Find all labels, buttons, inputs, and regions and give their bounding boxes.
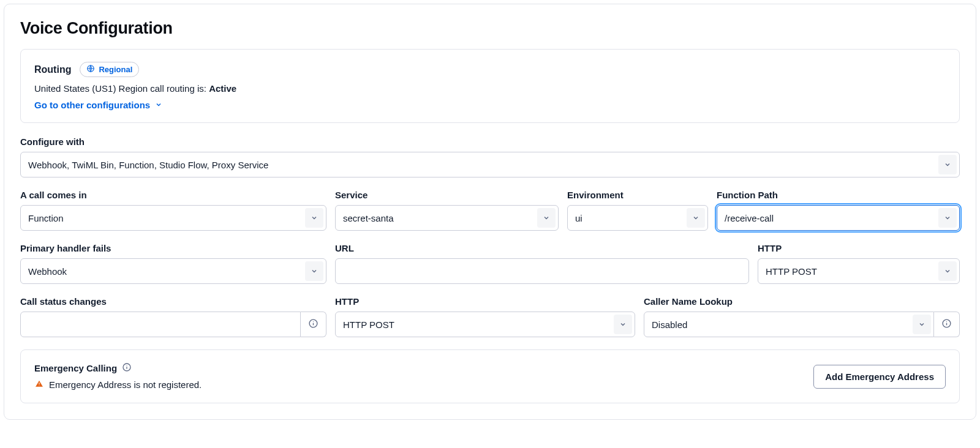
voice-config-card: Voice Configuration Routing Regional Uni…	[4, 4, 976, 420]
svg-point-6	[127, 365, 127, 366]
environment-label: Environment	[567, 190, 708, 200]
configure-with-select[interactable]: Webhook, TwiML Bin, Function, Studio Flo…	[20, 152, 960, 177]
chevron-down-icon	[938, 261, 957, 281]
page-title: Voice Configuration	[20, 19, 960, 38]
svg-point-4	[946, 321, 947, 322]
service-label: Service	[335, 190, 559, 200]
http1-value: HTTP POST	[766, 266, 817, 277]
chevron-down-icon	[913, 315, 931, 334]
emergency-title: Emergency Calling	[34, 363, 117, 373]
primary-fails-label: Primary handler fails	[20, 243, 326, 253]
chevron-down-icon	[155, 100, 162, 110]
chevron-down-icon	[938, 208, 957, 228]
primary-fails-value: Webhook	[28, 266, 67, 277]
other-configs-link[interactable]: Go to other configurations	[34, 100, 162, 110]
call-status-input[interactable]	[20, 312, 301, 337]
function-path-label: Function Path	[717, 190, 960, 200]
call-comes-in-label: A call comes in	[20, 190, 326, 200]
primary-fails-select[interactable]: Webhook	[20, 258, 326, 284]
warning-icon	[34, 379, 44, 390]
chevron-down-icon	[537, 208, 556, 228]
service-value: secret-santa	[343, 213, 394, 223]
http2-label: HTTP	[335, 296, 635, 307]
routing-status-prefix: United States (US1) Region call routing …	[34, 83, 209, 94]
environment-select[interactable]: ui	[567, 205, 708, 231]
call-comes-in-value: Function	[28, 213, 64, 223]
configure-with-label: Configure with	[20, 136, 960, 147]
svg-point-2	[313, 321, 314, 322]
chevron-down-icon	[305, 261, 323, 281]
emergency-box: Emergency Calling Emergency Address is n…	[20, 349, 960, 403]
http1-select[interactable]: HTTP POST	[758, 258, 960, 284]
function-path-select[interactable]: /receive-call	[717, 205, 960, 231]
routing-status-value: Active	[209, 83, 236, 94]
emergency-status-text: Emergency Address is not registered.	[49, 379, 202, 390]
routing-header: Routing Regional	[34, 62, 946, 77]
url-input[interactable]	[335, 258, 749, 284]
configure-with-value: Webhook, TwiML Bin, Function, Studio Flo…	[28, 160, 268, 170]
caller-lookup-label: Caller Name Lookup	[644, 296, 960, 307]
routing-label: Routing	[34, 64, 71, 75]
info-icon	[941, 318, 952, 330]
info-icon	[308, 318, 318, 330]
chevron-down-icon	[687, 208, 705, 228]
call-comes-in-select[interactable]: Function	[20, 205, 326, 231]
caller-lookup-value: Disabled	[652, 319, 687, 330]
environment-value: ui	[575, 213, 582, 223]
regional-badge[interactable]: Regional	[80, 62, 139, 77]
routing-box: Routing Regional United States (US1) Reg…	[20, 49, 960, 123]
caller-lookup-select[interactable]: Disabled	[644, 312, 934, 337]
chevron-down-icon	[614, 315, 632, 334]
call-status-info-button[interactable]	[301, 312, 326, 337]
regional-badge-label: Regional	[99, 65, 132, 74]
url-label: URL	[335, 243, 749, 253]
http2-value: HTTP POST	[343, 319, 394, 330]
http1-label: HTTP	[758, 243, 960, 253]
function-path-value: /receive-call	[725, 213, 774, 223]
routing-status: United States (US1) Region call routing …	[34, 83, 946, 94]
other-configs-label: Go to other configurations	[34, 100, 150, 110]
http2-select[interactable]: HTTP POST	[335, 312, 635, 337]
caller-lookup-info-button[interactable]	[934, 312, 960, 337]
chevron-down-icon	[305, 208, 323, 228]
emergency-info-icon[interactable]	[122, 362, 132, 374]
globe-icon	[86, 64, 95, 75]
call-status-label: Call status changes	[20, 296, 326, 307]
add-emergency-address-button[interactable]: Add Emergency Address	[813, 365, 946, 389]
service-select[interactable]: secret-santa	[335, 205, 559, 231]
chevron-down-icon	[938, 155, 957, 174]
